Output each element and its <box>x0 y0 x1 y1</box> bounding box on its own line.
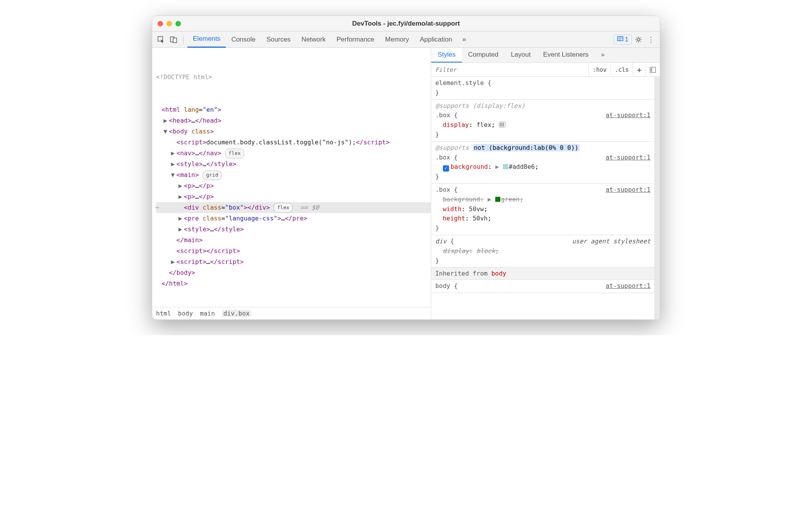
tab-application[interactable]: Application <box>415 31 458 48</box>
issues-count: 1 <box>625 36 628 43</box>
inherited-from-separator: Inherited from body <box>431 267 654 280</box>
dom-node[interactable]: ▼<body class> <box>156 126 431 137</box>
elements-panel: <!DOCTYPE html> <html lang="en"> ▶<head>… <box>152 48 431 319</box>
tab-console[interactable]: Console <box>226 31 261 48</box>
dom-node[interactable]: <script>document.body.classList.toggle("… <box>156 137 431 148</box>
style-rule[interactable]: user agent stylesheetdiv { display: bloc… <box>431 235 654 267</box>
dom-node[interactable]: </html> <box>156 278 431 289</box>
tab-elements[interactable]: Elements <box>187 31 226 48</box>
subtab-layout[interactable]: Layout <box>505 48 537 62</box>
breadcrumb-item[interactable]: main <box>200 310 215 317</box>
dom-node[interactable]: ▼<main> grid <box>156 170 431 180</box>
tab-performance[interactable]: Performance <box>331 31 380 48</box>
computed-toggle-icon[interactable] <box>645 63 660 77</box>
breadcrumb-item[interactable]: body <box>178 310 193 317</box>
declaration[interactable]: ✓background: ▶ #add8e6; <box>435 162 651 172</box>
filter-bar: :hov .cls + <box>431 63 660 77</box>
dom-node[interactable]: <script></script> <box>156 246 431 257</box>
breadcrumb-item[interactable]: html <box>156 310 171 317</box>
source-link[interactable]: at-support:1 <box>606 111 651 120</box>
more-tabs-icon[interactable]: » <box>458 34 470 45</box>
zoom-icon[interactable] <box>175 21 181 26</box>
titlebar: DevTools - jec.fyi/demo/at-support <box>152 16 660 31</box>
dom-node[interactable]: </body> <box>156 267 431 278</box>
tab-sources[interactable]: Sources <box>261 31 296 48</box>
dom-node[interactable]: ▶<p>…</p> <box>156 180 431 191</box>
separator <box>183 35 184 44</box>
dom-node[interactable]: ▶<script>…</script> <box>156 257 431 267</box>
main-toolbar: ElementsConsoleSourcesNetworkPerformance… <box>152 31 660 48</box>
tab-network[interactable]: Network <box>296 31 331 48</box>
expand-icon[interactable]: ▶ <box>495 163 499 170</box>
hov-toggle[interactable]: :hov <box>588 63 611 77</box>
dom-node[interactable]: <html lang="en"> <box>156 104 431 115</box>
style-rule[interactable]: @supports (display:flex)at-support:1.box… <box>431 100 654 142</box>
styles-panel: StylesComputedLayoutEvent Listeners» :ho… <box>431 48 660 319</box>
window-controls <box>158 21 181 26</box>
kebab-icon[interactable]: ⋮ <box>645 34 657 45</box>
styles-rules[interactable]: element.style {}@supports (display:flex)… <box>431 77 654 319</box>
declaration[interactable]: display: block; <box>435 246 651 256</box>
minimize-icon[interactable] <box>167 21 172 26</box>
subtab-event-listeners[interactable]: Event Listeners <box>537 48 595 62</box>
svg-point-4 <box>637 38 640 41</box>
expand-icon[interactable]: ▶ <box>488 196 491 203</box>
tab-memory[interactable]: Memory <box>380 31 414 48</box>
scrollbar[interactable] <box>654 77 660 319</box>
gear-icon[interactable] <box>633 34 644 45</box>
source-link[interactable]: at-support:1 <box>606 153 651 163</box>
dom-node[interactable]: ⋯ <div class="box"></div> flex == $0 <box>156 202 431 213</box>
device-icon[interactable] <box>168 34 179 45</box>
source-link[interactable]: user agent stylesheet <box>572 237 651 246</box>
style-rule[interactable]: at-support:1.box { background: ▶ green; … <box>431 184 654 235</box>
issues-icon <box>617 36 623 43</box>
style-rule[interactable]: @supports not (background:lab(0% 0 0))at… <box>431 142 654 184</box>
color-swatch[interactable] <box>495 197 500 202</box>
declaration[interactable]: background: ▶ green; <box>435 195 651 205</box>
styles-subtabs: StylesComputedLayoutEvent Listeners» <box>431 48 660 63</box>
close-icon[interactable] <box>158 21 163 26</box>
cls-toggle[interactable]: .cls <box>611 63 633 77</box>
styles-filter-input[interactable] <box>431 64 588 76</box>
dom-node[interactable]: ▶<style>…</style> <box>156 159 431 170</box>
declaration[interactable]: width: 50vw; <box>435 205 651 214</box>
subtab-computed[interactable]: Computed <box>462 48 505 62</box>
property-toggle[interactable]: ✓ <box>443 165 449 172</box>
dom-node[interactable]: ▶<style>…</style> <box>156 224 431 235</box>
dom-node[interactable]: ▶<pre class="language-css">…</pre> <box>156 213 431 224</box>
declaration[interactable]: display: flex; <box>435 120 651 130</box>
dom-tree[interactable]: <!DOCTYPE html> <html lang="en"> ▶<head>… <box>152 48 431 307</box>
inspect-icon[interactable] <box>155 34 167 45</box>
issues-badge[interactable]: 1 <box>614 35 632 45</box>
style-rule[interactable]: element.style {} <box>431 77 654 100</box>
breadcrumbs[interactable]: htmlbodymaindiv.box <box>152 307 431 319</box>
window-title: DevTools - jec.fyi/demo/at-support <box>152 20 660 28</box>
dom-node[interactable]: </main> <box>156 235 431 246</box>
new-style-rule[interactable]: + <box>633 63 645 77</box>
dom-node[interactable]: ▶<head>…</head> <box>156 115 431 126</box>
subtab-styles[interactable]: Styles <box>431 48 462 62</box>
style-rule[interactable]: at-support:1body { <box>431 280 654 293</box>
dom-node[interactable]: ▶<nav>…</nav> flex <box>156 148 431 159</box>
main-tabs: ElementsConsoleSourcesNetworkPerformance… <box>187 31 458 48</box>
panels: <!DOCTYPE html> <html lang="en"> ▶<head>… <box>152 48 660 319</box>
more-subtabs-icon[interactable]: » <box>595 48 611 62</box>
declaration[interactable]: height: 50vh; <box>435 214 651 224</box>
svg-rect-2 <box>173 38 177 43</box>
doctype: <!DOCTYPE html> <box>156 72 431 83</box>
source-link[interactable]: at-support:1 <box>606 185 651 195</box>
breadcrumb-item[interactable]: div.box <box>222 310 251 317</box>
dom-node[interactable]: ▶<p>…</p> <box>156 191 431 202</box>
source-link[interactable]: at-support:1 <box>606 281 651 291</box>
color-swatch[interactable] <box>503 164 508 169</box>
dom-actions-icon[interactable]: ⋯ <box>155 202 159 213</box>
devtools-window: DevTools - jec.fyi/demo/at-support Eleme… <box>152 16 660 320</box>
flex-editor-icon[interactable] <box>499 121 506 128</box>
